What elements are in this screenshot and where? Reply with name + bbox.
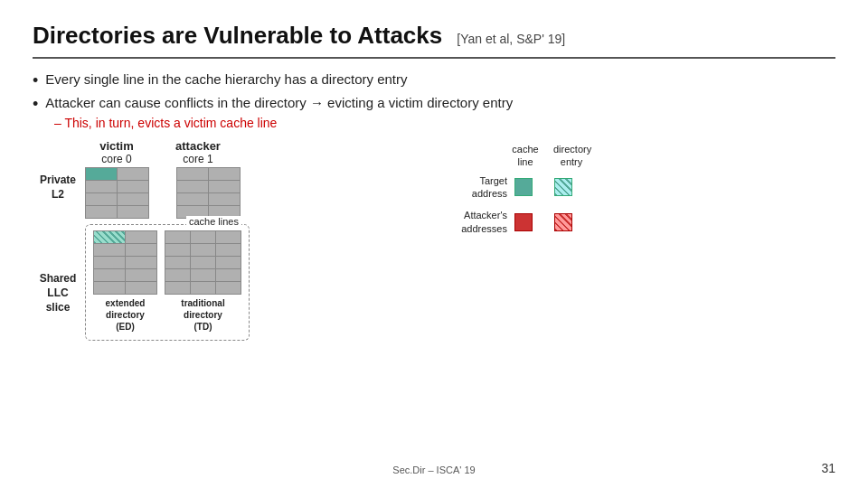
slide-title: Directories are Vulnerable to Attacks [33, 22, 442, 50]
target-cache-icon [514, 178, 533, 196]
cache-lines-label: cache lines [186, 216, 241, 227]
legend: cacheline directoryentry Targetaddress A… [448, 143, 590, 235]
sub-bullet: – This, in turn, evicts a victim cache l… [54, 116, 513, 130]
td-label: traditionaldirectory(TD) [181, 297, 224, 333]
ed-column: extendeddirectory(ED) [93, 230, 157, 333]
bullet-1: • Every single line in the cache hierarc… [33, 71, 835, 91]
page-number: 31 [821, 461, 835, 475]
legend-row-attacker: Attacker'saddresses [448, 209, 590, 235]
shared-llc-label: SharedLLCslice [33, 272, 83, 314]
td-grid [165, 230, 241, 295]
attacker-dir-icon [554, 213, 572, 231]
citation: [Yan et al, S&P' 19] [457, 32, 565, 46]
legend-header-cache-line: cacheline [512, 143, 539, 169]
victim-l2-grid [85, 167, 149, 219]
victim-header: victim core 0 [85, 139, 148, 165]
attacker-cache-icon [514, 213, 533, 231]
slide-header: Directories are Vulnerable to Attacks [Y… [33, 22, 835, 59]
target-dir-icon [554, 178, 572, 196]
attacker-header: attacker core 1 [166, 139, 230, 165]
ed-grid [93, 230, 157, 295]
bullet-2-text: Attacker can cause conflicts in the dire… [45, 95, 513, 110]
td-column: traditionaldirectory(TD) [165, 230, 241, 333]
ed-label: extendeddirectory(ED) [106, 297, 146, 333]
legend-header-directory-entry: directoryentry [553, 143, 590, 169]
bullet-1-text: Every single line in the cache hierarchy… [45, 71, 407, 87]
private-l2-label: PrivateL2 [33, 174, 83, 202]
legend-row-target: Targetaddress [448, 174, 590, 201]
bullet-list: • Every single line in the cache hierarc… [33, 71, 835, 130]
bullet-2: • Attacker can cause conflicts in the di… [33, 95, 835, 131]
llc-container: cache lines [85, 224, 250, 341]
attacker-l2-grid [176, 167, 241, 219]
footer: Sec.Dir – ISCA' 19 [392, 465, 475, 475]
